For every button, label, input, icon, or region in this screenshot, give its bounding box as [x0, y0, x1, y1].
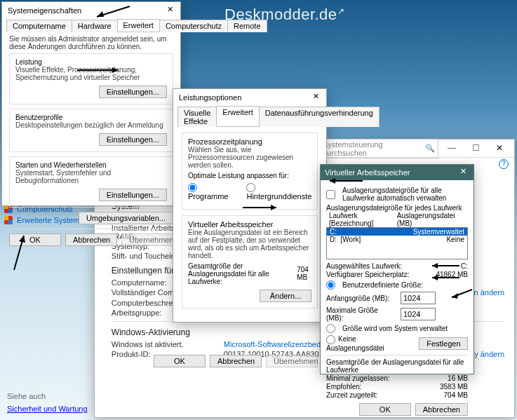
min-value: 16 MB	[448, 374, 468, 382]
envvars-button[interactable]: Umgebungsvariablen...	[79, 212, 173, 224]
sel-drive-value: C:	[461, 262, 468, 270]
vmem-total-label: Gesamtgröße der Auslagerungsdatei für al…	[188, 262, 293, 285]
startup-settings-button[interactable]: Einstellungen...	[99, 189, 167, 201]
tab-hardware[interactable]: Hardware	[72, 20, 118, 32]
tabstrip: Computername Hardware Erweitert Computer…	[6, 19, 176, 32]
profiles-desc: Desktopeinstellungen bezüglich der Anmel…	[15, 121, 167, 129]
list-heading: Auslagerungsdateigröße für jedes Laufwer…	[326, 204, 468, 212]
vmem-desc: Eine Auslagerungsdatei ist ein Bereich a…	[188, 229, 311, 259]
close-button[interactable]: ✕	[489, 142, 510, 155]
performance-options-dialog: Leistungsoptionen ✕ Visuelle Effekte Erw…	[173, 88, 327, 323]
help-icon[interactable]: ?	[499, 159, 509, 169]
radio-no-pagefile[interactable]: Keine Auslagerungsdatei	[326, 335, 415, 352]
sel-drive-label: Ausgewähltes Laufwerk:	[326, 262, 402, 270]
radio-background[interactable]: Hintergrunddienste	[246, 182, 311, 201]
tab-computerschutz[interactable]: Computerschutz	[159, 20, 228, 32]
list-row[interactable]: C: Systemverwaltet	[327, 228, 467, 236]
rec-value: 3583 MB	[440, 383, 468, 391]
radio-system-managed[interactable]: Größe wird vom System verwaltet	[326, 324, 468, 333]
maximize-button[interactable]: ☐	[465, 142, 486, 155]
max-size-input[interactable]	[401, 308, 436, 320]
search-icon: 🔍	[425, 144, 435, 153]
total-heading: Gesamtgröße der Auslagerungsdatei für al…	[326, 358, 468, 374]
radio-programs[interactable]: Programme	[188, 182, 228, 201]
radio-custom-size[interactable]: Benutzerdefinierte Größe:	[326, 280, 468, 290]
apply-button[interactable]: Übernehmen	[121, 233, 173, 246]
tab-erweitert[interactable]: Erweitert	[216, 106, 259, 126]
dialog-title: Virtueller Arbeitsspeicher	[325, 168, 410, 177]
tab-visual-effects[interactable]: Visuelle Effekte	[177, 107, 217, 127]
see-also-heading: Siehe auch	[7, 392, 88, 400]
close-icon[interactable]: ✕	[309, 92, 322, 103]
col-drive: Laufwerk [Bezeichnung]	[329, 212, 397, 227]
tab-erweitert[interactable]: Erweitert	[117, 19, 160, 32]
see-also-link[interactable]: Sicherheit und Wartung	[7, 405, 88, 413]
admin-note: Sie müssen als Administrator angemeldet …	[9, 35, 173, 50]
drive-list[interactable]: C: Systemverwaltet D: [Work] Keine	[326, 227, 468, 259]
vmem-total-value: 704 MB	[297, 266, 311, 281]
dialog-title: Systemeigenschaften	[8, 6, 81, 15]
cur-label: Zurzeit zugeteilt:	[326, 391, 377, 399]
col-pagefile: Auslagerungsdatei (MB)	[397, 212, 465, 227]
close-icon[interactable]: ✕	[163, 5, 176, 16]
startup-heading: Starten und Wiederherstellen	[15, 161, 167, 169]
cancel-button[interactable]: Abbrechen	[415, 403, 468, 416]
see-also: Siehe auch Sicherheit und Wartung	[7, 392, 88, 413]
search-placeholder: Systemsteuerung durchsuchen	[323, 140, 422, 157]
profiles-heading: Benutzerprofile	[15, 114, 167, 121]
tab-remote[interactable]: Remote	[227, 20, 267, 32]
ok-button[interactable]: OK	[9, 233, 61, 246]
avail-label: Verfügbarer Speicherplatz:	[326, 271, 409, 278]
cancel-button[interactable]: Abbrechen	[65, 233, 117, 246]
list-row[interactable]: D: [Work] Keine	[327, 236, 467, 243]
perf-settings-button[interactable]: Einstellungen...	[99, 86, 167, 98]
sched-desc: Wählen Sie aus, wie Prozessorressourcen …	[188, 146, 311, 169]
initial-size-input[interactable]	[401, 292, 436, 304]
ok-button[interactable]: OK	[359, 403, 411, 416]
ok-button[interactable]: OK	[154, 355, 206, 367]
virtual-memory-dialog: Virtueller Arbeitsspeicher ✕ Auslagerung…	[320, 164, 474, 374]
tab-dep[interactable]: Datenausführungsverhinderung	[259, 107, 380, 127]
vmem-heading: Virtueller Arbeitsspeicher	[188, 220, 311, 229]
rec-label: Empfohlen:	[326, 383, 362, 391]
cancel-button[interactable]: Abbrechen	[210, 355, 262, 367]
cur-value: 704 MB	[444, 391, 468, 399]
init-label: Anfangsgröße (MB):	[326, 294, 396, 302]
set-button[interactable]: Festlegen	[419, 337, 468, 350]
perf-desc: Visuelle Effekte, Prozessorzeitplanung, …	[15, 66, 167, 81]
apply-button[interactable]: Übernehmen	[266, 355, 318, 367]
search-input[interactable]: Systemsteuerung durchsuchen 🔍	[319, 139, 438, 158]
change-button[interactable]: Ändern...	[260, 290, 311, 302]
tabstrip: Visuelle Effekte Erweitert Datenausführu…	[177, 106, 322, 127]
system-properties-dialog: Systemeigenschaften ✕ Computername Hardw…	[1, 1, 181, 206]
sched-optlabel: Optimale Leistung anpassen für:	[188, 172, 311, 179]
dialog-title: Leistungsoptionen	[179, 93, 241, 102]
profiles-settings-button[interactable]: Einstellungen...	[99, 133, 167, 146]
minimize-button[interactable]: —	[441, 142, 462, 155]
sched-heading: Prozessorzeitplanung	[188, 137, 311, 146]
startup-desc: Systemstart, Systemfehler und Debuginfor…	[15, 169, 167, 184]
auto-manage-checkbox[interactable]: Auslagerungsdateigröße für alle Laufwerk…	[326, 187, 468, 202]
perf-heading: Leistung	[15, 58, 167, 66]
close-icon[interactable]: ✕	[457, 167, 469, 178]
max-label: Maximale Größe (MB):	[326, 306, 396, 322]
min-label: Minimal zugelassen:	[326, 374, 390, 382]
avail-value: 41862 MB	[436, 271, 468, 278]
tab-computername[interactable]: Computername	[6, 20, 72, 32]
